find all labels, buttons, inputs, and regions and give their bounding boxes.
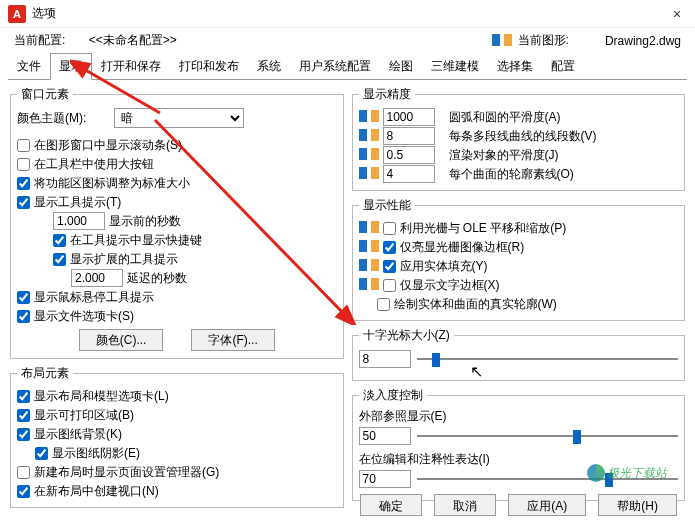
show-tooltips-label: 显示工具提示(T) [34, 194, 121, 211]
large-buttons-checkbox[interactable] [17, 158, 30, 171]
colors-button[interactable]: 颜色(C)... [79, 329, 164, 351]
res-label-0: 圆弧和圆的平滑度(A) [449, 109, 561, 126]
res-icon [359, 110, 379, 124]
layout-tabs-label: 显示布局和模型选项卡(L) [34, 388, 169, 405]
current-drawing-label: 当前图形: [518, 32, 569, 49]
apply-button[interactable]: 应用(A) [508, 494, 586, 516]
fade-control-legend: 淡入度控制 [359, 387, 427, 404]
ok-button[interactable]: 确定 [360, 494, 422, 516]
current-drawing-value: Drawing2.dwg [605, 34, 681, 48]
crosshair-size-input[interactable] [359, 350, 411, 368]
res-icon [359, 129, 379, 143]
perf-icon [359, 240, 379, 254]
cancel-button[interactable]: 取消 [434, 494, 496, 516]
tab-strip: 文件显示打开和保存打印和发布系统用户系统配置绘图三维建模选择集配置 [8, 53, 687, 80]
page-setup-label: 新建布局时显示页面设置管理器(G) [34, 464, 219, 481]
perf-icon [359, 221, 379, 235]
highlight-raster-checkbox[interactable] [383, 241, 396, 254]
viewport-checkbox[interactable] [17, 485, 30, 498]
xref-fade-label: 外部参照显示(E) [359, 408, 679, 425]
color-theme-label: 颜色主题(M): [17, 110, 86, 127]
perf-icon [359, 259, 379, 273]
color-theme-select[interactable]: 暗 [114, 108, 244, 128]
tab-9[interactable]: 配置 [542, 53, 584, 79]
crosshair-size-slider[interactable] [417, 351, 679, 367]
tab-6[interactable]: 绘图 [380, 53, 422, 79]
show-shortcut-checkbox[interactable] [53, 234, 66, 247]
tab-8[interactable]: 选择集 [488, 53, 542, 79]
res-label-1: 每条多段线曲线的线段数(V) [449, 128, 597, 145]
watermark: 极光下载站 [587, 464, 667, 482]
printable-area-checkbox[interactable] [17, 409, 30, 422]
paper-shadow-checkbox[interactable] [35, 447, 48, 460]
pan-zoom-label: 利用光栅与 OLE 平移和缩放(P) [400, 220, 567, 237]
solid-fill-checkbox[interactable] [383, 260, 396, 273]
printable-area-label: 显示可打印区域(B) [34, 407, 134, 424]
res-label-3: 每个曲面的轮廓素线(O) [449, 166, 574, 183]
pan-zoom-checkbox[interactable] [383, 222, 396, 235]
text-frame-checkbox[interactable] [383, 279, 396, 292]
resize-ribbon-label: 将功能区图标调整为标准大小 [34, 175, 190, 192]
show-scrollbars-label: 在图形窗口中显示滚动条(S) [34, 137, 182, 154]
display-resolution-group: 显示精度 圆弧和圆的平滑度(A)每条多段线曲线的线段数(V)渲染对象的平滑度(J… [352, 86, 686, 191]
tooltip-seconds-input[interactable] [53, 212, 105, 230]
res-input-2[interactable] [383, 146, 435, 164]
viewport-label: 在新布局中创建视口(N) [34, 483, 159, 500]
paper-shadow-label: 显示图纸阴影(E) [52, 445, 140, 462]
resize-ribbon-checkbox[interactable] [17, 177, 30, 190]
res-input-0[interactable] [383, 108, 435, 126]
perf-icon [359, 278, 379, 292]
res-input-1[interactable] [383, 127, 435, 145]
help-button[interactable]: 帮助(H) [598, 494, 677, 516]
display-performance-legend: 显示性能 [359, 197, 415, 214]
tab-4[interactable]: 系统 [248, 53, 290, 79]
file-tabs-checkbox[interactable] [17, 310, 30, 323]
fade-control-group: 淡入度控制 外部参照显示(E) 在位编辑和注释性表达(I) [352, 387, 686, 501]
res-icon [359, 148, 379, 162]
res-input-3[interactable] [383, 165, 435, 183]
text-frame-label: 仅显示文字边框(X) [400, 277, 500, 294]
show-tooltips-checkbox[interactable] [17, 196, 30, 209]
show-ext-tooltip-checkbox[interactable] [53, 253, 66, 266]
tab-3[interactable]: 打印和发布 [170, 53, 248, 79]
silhouette-checkbox[interactable] [377, 298, 390, 311]
highlight-raster-label: 仅亮显光栅图像边框(R) [400, 239, 525, 256]
res-icon [359, 167, 379, 181]
page-setup-checkbox[interactable] [17, 466, 30, 479]
large-buttons-label: 在工具栏中使用大按钮 [34, 156, 154, 173]
tab-2[interactable]: 打开和保存 [92, 53, 170, 79]
layout-elements-group: 布局元素 显示布局和模型选项卡(L) 显示可打印区域(B) 显示图纸背景(K) … [10, 365, 344, 508]
tab-0[interactable]: 文件 [8, 53, 50, 79]
current-profile-value: <<未命名配置>> [89, 33, 177, 47]
tooltip-seconds-label: 显示前的秒数 [109, 213, 181, 230]
hover-tooltip-label: 显示鼠标悬停工具提示 [34, 289, 154, 306]
window-elements-group: 窗口元素 颜色主题(M): 暗 在图形窗口中显示滚动条(S) 在工具栏中使用大按… [10, 86, 344, 359]
file-tabs-label: 显示文件选项卡(S) [34, 308, 134, 325]
display-resolution-legend: 显示精度 [359, 86, 415, 103]
xref-fade-input[interactable] [359, 427, 411, 445]
tab-5[interactable]: 用户系统配置 [290, 53, 380, 79]
tab-7[interactable]: 三维建模 [422, 53, 488, 79]
layout-tabs-checkbox[interactable] [17, 390, 30, 403]
ext-tooltip-delay-input[interactable] [71, 269, 123, 287]
show-scrollbars-checkbox[interactable] [17, 139, 30, 152]
close-button[interactable]: × [667, 4, 687, 24]
app-logo: A [8, 5, 26, 23]
crosshair-size-group: 十字光标大小(Z) [352, 327, 686, 381]
hover-tooltip-checkbox[interactable] [17, 291, 30, 304]
drawing-icon [492, 34, 512, 48]
tab-1[interactable]: 显示 [50, 53, 92, 80]
current-profile-label: 当前配置: [14, 33, 65, 47]
solid-fill-label: 应用实体填充(Y) [400, 258, 488, 275]
inplace-fade-input[interactable] [359, 470, 411, 488]
show-shortcut-label: 在工具提示中显示快捷键 [70, 232, 202, 249]
fonts-button[interactable]: 字体(F)... [191, 329, 274, 351]
silhouette-label: 绘制实体和曲面的真实轮廓(W) [394, 296, 557, 313]
paper-bg-label: 显示图纸背景(K) [34, 426, 122, 443]
layout-elements-legend: 布局元素 [17, 365, 73, 382]
paper-bg-checkbox[interactable] [17, 428, 30, 441]
xref-fade-slider[interactable] [417, 428, 679, 444]
window-title: 选项 [32, 5, 56, 22]
crosshair-size-legend: 十字光标大小(Z) [359, 327, 454, 344]
res-label-2: 渲染对象的平滑度(J) [449, 147, 559, 164]
